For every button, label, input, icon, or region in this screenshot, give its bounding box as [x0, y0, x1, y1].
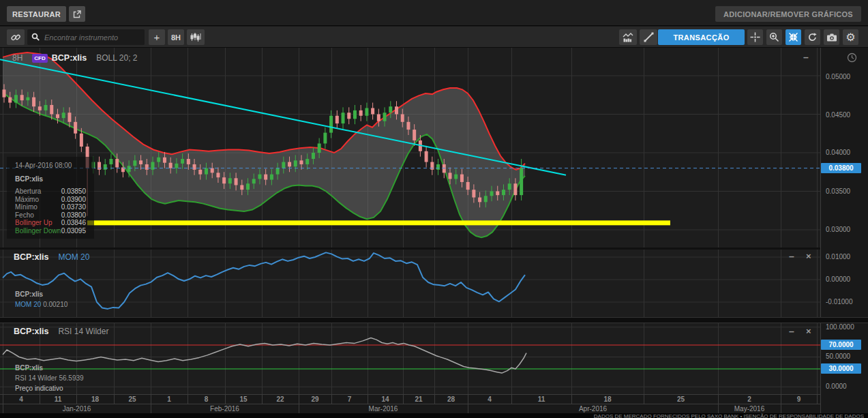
mom-panel-legend: BCP:xlis MOM 20	[14, 252, 89, 262]
top-bar: RESTAURAR ADICIONAR/REMOVER GRÁFICOS	[0, 0, 868, 26]
rsi-panel-close-button[interactable]: ×	[806, 327, 811, 335]
zoom-in-icon	[769, 32, 779, 42]
axis-tick	[151, 404, 151, 414]
rsi-axis-label: 50.0000	[826, 352, 850, 361]
cfd-badge: CFD	[32, 54, 47, 63]
price-axis-label: 0.03500	[826, 187, 850, 196]
add-remove-charts-button[interactable]: ADICIONAR/REMOVER GRÁFICOS	[715, 6, 861, 22]
popout-button[interactable]	[69, 6, 85, 22]
status-bar: DADOS DE MERCADO FORNECIDOS PELO SAXO BA…	[0, 413, 868, 418]
tooltip-row-low: Mínimo0.03730	[15, 203, 86, 211]
day-label: 21	[408, 395, 429, 403]
settings-button[interactable]: ⚙	[843, 29, 858, 45]
instrument-search[interactable]	[27, 29, 145, 45]
axis-tick	[3, 395, 3, 404]
day-label: 2	[739, 395, 760, 403]
fit-arrows-icon	[788, 32, 798, 42]
mom-study[interactable]: MOM 20	[58, 252, 89, 262]
market-data-disclaimer[interactable]: DADOS DE MERCADO FORNECIDOS PELO SAXO BA…	[0, 413, 868, 418]
candlestick-style-icon	[190, 32, 201, 42]
price-axis-label: 0.03000	[826, 225, 850, 234]
rsi-indicator-chart[interactable]	[0, 323, 820, 394]
mom-overlay-value: MOM 20 0.00210	[15, 301, 68, 308]
axis-tick	[368, 395, 368, 404]
rsi-axis-label: 100.0000	[826, 323, 854, 331]
axis-tick	[781, 404, 781, 414]
chart-area: 8H CFD BCP:xlis BOLL 20; 2 – 14-Apr-2016…	[0, 48, 868, 418]
draw-trendline-button[interactable]	[640, 29, 657, 45]
search-input[interactable]	[44, 33, 140, 42]
main-panel-collapse-button[interactable]: –	[803, 53, 809, 61]
month-label: Mar-2016	[356, 405, 410, 413]
timeframe-button[interactable]: 8H	[168, 29, 184, 45]
mom-panel-collapse-button[interactable]: –	[789, 252, 794, 260]
rsi-panel-legend: BCP:xlis RSI 14 Wilder	[14, 327, 108, 336]
day-label: 4	[11, 395, 31, 403]
rsi-overlay-value: RSI 14 Wilder 56.5939	[15, 374, 84, 382]
camera-icon	[826, 33, 837, 42]
price-axis-label: 0.05000	[826, 72, 850, 81]
rsi-axis-label: 0.0000	[826, 382, 847, 391]
legend-study-bollinger[interactable]: BOLL 20; 2	[96, 53, 137, 63]
gear-icon: ⚙	[845, 32, 855, 42]
main-price-chart[interactable]	[0, 48, 820, 248]
crosshair-button[interactable]	[747, 29, 763, 45]
add-instrument-button[interactable]: +	[149, 29, 165, 45]
tooltip-row-high: Máximo0.03900	[15, 196, 86, 204]
chart-mode-button[interactable]	[619, 29, 637, 45]
momentum-indicator-chart[interactable]	[0, 250, 820, 317]
zoom-in-button[interactable]	[766, 29, 782, 45]
legend-symbol[interactable]: BCP:xlis	[52, 53, 87, 63]
time-axis-days[interactable]: 4111825181522297142128411182529	[0, 394, 820, 404]
price-axis-label: 0.04500	[826, 110, 850, 119]
mom-overlay-symbol: BCP:xlis	[15, 290, 43, 298]
day-label: 25	[122, 395, 143, 403]
axis-tick	[76, 395, 77, 404]
day-label: 15	[233, 395, 254, 403]
day-label: 18	[85, 395, 106, 403]
trading-platform-window: RESTAURAR ADICIONAR/REMOVER GRÁFICOS + 8…	[0, 0, 868, 418]
axis-tick	[403, 395, 404, 404]
refresh-icon	[807, 32, 818, 42]
chart-style-button[interactable]	[187, 29, 205, 45]
panel-splitter[interactable]	[0, 317, 868, 323]
main-chart-legend: 8H CFD BCP:xlis BOLL 20; 2	[12, 53, 137, 63]
crosshair-icon	[750, 32, 760, 42]
axis-tick	[40, 395, 40, 404]
refresh-button[interactable]	[805, 29, 820, 45]
rsi-study[interactable]: RSI 14 Wilder	[58, 327, 108, 336]
tooltip-row-close: Fecho0.03800	[15, 211, 86, 220]
snapshot-button[interactable]	[824, 29, 839, 45]
rsi-symbol: BCP:xlis	[14, 327, 48, 336]
tooltip-date: 14-Apr-2016 08:00	[15, 162, 94, 169]
axis-tick	[188, 395, 188, 404]
rsi-panel-collapse-button[interactable]: –	[789, 327, 794, 335]
axis-tick	[718, 395, 719, 404]
price-axis[interactable]: 0.05000 0.04500 0.04000 0.03800 0.03500 …	[820, 48, 868, 413]
plus-icon: +	[154, 31, 160, 43]
mom-symbol: BCP:xlis	[14, 252, 48, 262]
time-axis-months[interactable]: Jan-2016Feb-2016Mar-2016Apr-2016May-2016	[0, 404, 820, 413]
link-instrument-button[interactable]	[7, 29, 25, 45]
mom-panel-close-button[interactable]: ×	[806, 252, 811, 260]
reset-zoom-button[interactable]	[785, 29, 801, 45]
axis-tick	[299, 395, 299, 404]
axis-tick	[511, 395, 512, 404]
axis-tick	[262, 395, 263, 404]
rsi-line	[3, 338, 526, 374]
day-label: 18	[597, 395, 618, 403]
axis-tick	[151, 395, 151, 404]
link-icon	[10, 32, 21, 43]
mom-axis-label: -0.01000	[826, 297, 852, 306]
restore-button[interactable]: RESTAURAR	[7, 6, 66, 22]
day-label: 29	[305, 395, 325, 403]
rsi-grid	[0, 323, 820, 394]
day-label: 25	[671, 395, 691, 403]
line-bars-chart-icon	[623, 32, 633, 42]
day-label: 11	[48, 395, 68, 403]
day-label: 1	[159, 395, 179, 403]
month-label: Jan-2016	[50, 405, 104, 413]
trade-button[interactable]: TRANSACÇÃO	[658, 29, 745, 45]
external-link-icon	[72, 10, 82, 19]
month-label: Apr-2016	[566, 405, 620, 413]
